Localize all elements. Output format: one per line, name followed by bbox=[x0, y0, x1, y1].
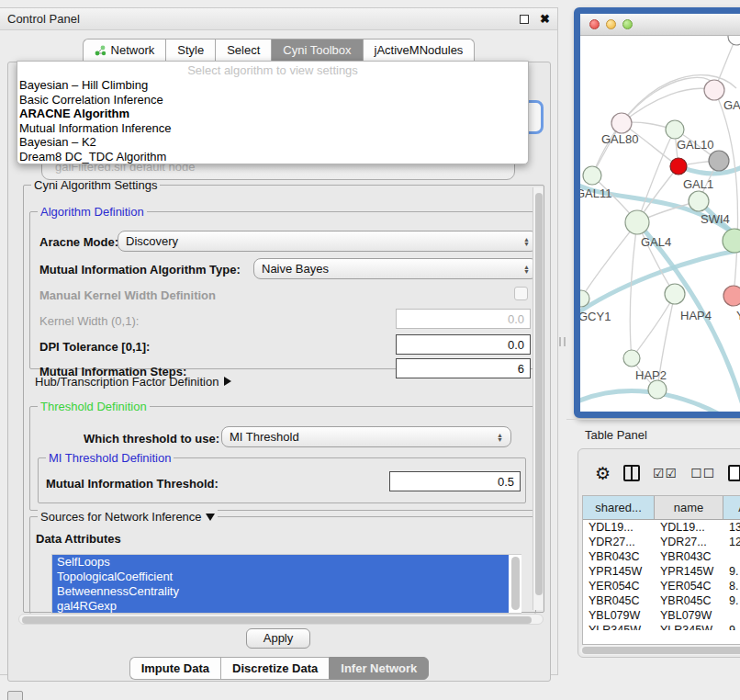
network-node-label: GAL10 bbox=[677, 138, 713, 152]
dpi-tolerance-value: 0.0 bbox=[508, 338, 524, 352]
network-node[interactable] bbox=[623, 350, 640, 367]
cell-value: 9. bbox=[723, 593, 740, 608]
attributes-list-scrollbar[interactable] bbox=[511, 557, 520, 610]
table-row[interactable]: YLR345W YLR345W 9. bbox=[583, 623, 740, 630]
table-row[interactable]: YER054C YER054C 8. bbox=[583, 579, 740, 593]
settings-vertical-scrollbar[interactable] bbox=[533, 187, 543, 610]
tab-jactivemnodules[interactable]: jActiveMNodules bbox=[363, 39, 476, 62]
aracne-mode-combobox[interactable]: Discovery ▲▼ bbox=[118, 231, 538, 252]
minimized-panel-icon[interactable] bbox=[7, 691, 23, 700]
new-table-icon[interactable] bbox=[728, 465, 740, 481]
network-edge[interactable] bbox=[580, 249, 740, 316]
network-node-label: GAL1 bbox=[683, 177, 713, 191]
tab-network[interactable]: Network bbox=[83, 39, 166, 62]
tab-style[interactable]: Style bbox=[165, 39, 215, 62]
zoom-window-icon[interactable] bbox=[622, 19, 633, 29]
close-panel-icon[interactable]: ✖ bbox=[540, 15, 550, 24]
sources-group-title[interactable]: Sources for Network Inference bbox=[38, 510, 218, 524]
algorithm-definition-title: Algorithm Definition bbox=[38, 205, 147, 219]
algorithm-option[interactable]: Dream8 DC_TDC Algorithm bbox=[17, 150, 528, 164]
mi-steps-field[interactable]: 6 bbox=[396, 358, 531, 378]
network-canvas[interactable]: GALGAL80GAL10GAL1GAL11SWI4GAL4GCY1HAP4YH… bbox=[580, 36, 740, 412]
mi-algorithm-type-combobox[interactable]: Naive Bayes ▲▼ bbox=[253, 258, 538, 279]
table-row[interactable]: YDL19... YDL19... 13 bbox=[583, 520, 740, 535]
apply-button[interactable]: Apply bbox=[246, 628, 310, 649]
kernel-width-field[interactable]: 0.0 bbox=[396, 309, 531, 329]
cell-name: YBR043C bbox=[655, 549, 723, 564]
algorithm-option[interactable]: Mutual Information Inference bbox=[17, 121, 528, 136]
hub-definition-collapser[interactable]: Hub/Transcription Factor Definition bbox=[35, 375, 231, 389]
control-panel-titlebar: Control Panel ✖ bbox=[0, 8, 557, 30]
network-edge[interactable] bbox=[622, 77, 714, 123]
algorithm-option[interactable]: Basic Correlation Inference bbox=[17, 93, 528, 107]
select-all-columns-icon[interactable]: ☑☑ bbox=[653, 466, 678, 480]
cell-shared-name: YPR145W bbox=[583, 564, 655, 579]
attributes-items: SelfLoopsTopologicalCoefficientBetweenne… bbox=[52, 555, 521, 614]
network-node[interactable] bbox=[611, 113, 632, 133]
cell-value bbox=[723, 549, 740, 564]
panel-divider-grip[interactable] bbox=[559, 337, 566, 346]
network-window-titlebar[interactable] bbox=[580, 14, 740, 36]
gear-icon[interactable]: ⚙ bbox=[595, 463, 611, 484]
attribute-item-selected[interactable]: BetweennessCentrality bbox=[52, 584, 509, 599]
network-node[interactable] bbox=[723, 286, 740, 306]
split-columns-icon[interactable] bbox=[623, 465, 640, 481]
network-edge[interactable] bbox=[637, 130, 675, 222]
column-header-name[interactable]: name bbox=[655, 496, 723, 519]
column-header-clipped[interactable]: A bbox=[723, 496, 740, 519]
table-row[interactable]: YPR145W YPR145W 9. bbox=[583, 564, 740, 579]
network-node[interactable] bbox=[648, 380, 667, 399]
table-row[interactable]: YBR043C YBR043C bbox=[583, 549, 740, 564]
manual-kernel-checkbox[interactable] bbox=[514, 287, 528, 300]
mi-type-value: Naive Bayes bbox=[262, 262, 523, 276]
table-horizontal-scrollbar[interactable] bbox=[580, 645, 740, 655]
dpi-tolerance-field[interactable]: 0.0 bbox=[396, 334, 531, 355]
network-view-window[interactable]: GALGAL80GAL10GAL1GAL11SWI4GAL4GCY1HAP4YH… bbox=[574, 7, 740, 418]
cell-shared-name: YDR27... bbox=[583, 535, 655, 549]
network-node[interactable] bbox=[723, 229, 740, 253]
network-node[interactable] bbox=[704, 80, 724, 100]
network-node[interactable] bbox=[689, 191, 709, 211]
network-node[interactable] bbox=[709, 151, 729, 171]
table-row[interactable]: YDR27... YDR27... 12 bbox=[583, 535, 740, 549]
which-threshold-combobox[interactable]: MI Threshold ▲▼ bbox=[221, 426, 511, 447]
tab-infer-network[interactable]: Infer Network bbox=[329, 657, 429, 680]
cell-value: 13 bbox=[723, 520, 740, 535]
mi-steps-value: 6 bbox=[518, 362, 524, 376]
mi-threshold-field[interactable]: 0.5 bbox=[389, 471, 521, 491]
table-row[interactable]: YBL079W YBL079W bbox=[583, 608, 740, 623]
tab-select[interactable]: Select bbox=[215, 39, 271, 62]
attribute-item-selected[interactable]: gal4RGexp bbox=[52, 599, 509, 614]
network-edge[interactable] bbox=[630, 222, 637, 358]
network-edge[interactable] bbox=[678, 164, 740, 174]
network-node[interactable] bbox=[625, 210, 649, 234]
network-node[interactable] bbox=[666, 120, 684, 139]
tab-impute-data[interactable]: Impute Data bbox=[129, 657, 220, 680]
column-header-shared-name[interactable]: shared... bbox=[583, 496, 655, 519]
settings-horizontal-scrollbar[interactable] bbox=[18, 614, 544, 625]
network-node[interactable] bbox=[583, 166, 601, 185]
popup-placeholder: Select algorithm to view settings bbox=[17, 62, 528, 78]
deselect-all-columns-icon[interactable]: ☐☐ bbox=[690, 466, 715, 480]
network-icon bbox=[95, 45, 107, 56]
network-node-label: Y bbox=[736, 309, 740, 322]
attribute-item-selected[interactable]: TopologicalCoefficient bbox=[52, 570, 509, 584]
close-window-icon[interactable] bbox=[589, 19, 600, 29]
node-table: shared... name A YDL19... YDL19... 13 YD… bbox=[582, 495, 740, 645]
float-panel-icon[interactable] bbox=[520, 15, 529, 24]
attribute-item-selected[interactable]: SelfLoops bbox=[52, 555, 509, 570]
algorithm-option[interactable]: Bayesian – Hill Climbing bbox=[17, 78, 528, 93]
tab-discretize-data[interactable]: Discretize Data bbox=[220, 657, 329, 680]
minimize-window-icon[interactable] bbox=[606, 19, 616, 29]
network-node[interactable] bbox=[665, 284, 685, 304]
network-edge[interactable] bbox=[714, 90, 738, 296]
network-node[interactable] bbox=[670, 158, 687, 175]
sources-group: Sources for Network Inference Data Attri… bbox=[29, 516, 536, 614]
algorithm-option[interactable]: ARACNE Algorithm bbox=[17, 107, 528, 121]
cell-shared-name: YLR345W bbox=[583, 623, 655, 630]
tab-cyni-toolbox[interactable]: Cyni Toolbox bbox=[271, 39, 362, 62]
cyni-algorithm-settings-group: Cyni Algorithm Settings Algorithm Defini… bbox=[23, 185, 544, 613]
table-row[interactable]: YBR045C YBR045C 9. bbox=[583, 593, 740, 608]
network-node[interactable] bbox=[728, 36, 740, 45]
algorithm-option[interactable]: Bayesian – K2 bbox=[17, 135, 528, 150]
